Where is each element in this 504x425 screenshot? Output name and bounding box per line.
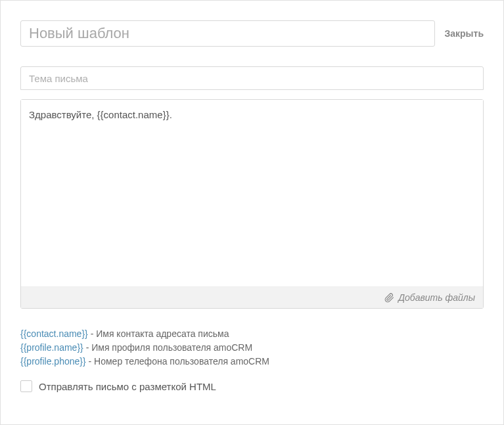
body-textarea[interactable] bbox=[21, 100, 483, 284]
variable-row: {{profile.name}} - Имя профиля пользоват… bbox=[20, 341, 484, 355]
variable-row: {{profile.phone}} - Номер телефона польз… bbox=[20, 355, 484, 369]
attach-files-button[interactable]: Добавить файлы bbox=[21, 286, 483, 308]
attach-files-label: Добавить файлы bbox=[398, 292, 475, 303]
template-editor-panel: Закрыть Добавить файлы {{contact.name}} … bbox=[0, 0, 504, 425]
html-checkbox-row: Отправлять письмо с разметкой HTML bbox=[20, 380, 484, 392]
variable-tag: {{contact.name}} bbox=[20, 328, 88, 339]
close-button[interactable]: Закрыть bbox=[444, 28, 484, 39]
header-row: Закрыть bbox=[20, 20, 484, 47]
subject-input[interactable] bbox=[20, 66, 484, 90]
variable-desc: - Имя профиля пользователя amoCRM bbox=[83, 342, 252, 353]
html-markup-checkbox[interactable] bbox=[20, 380, 32, 392]
variable-tag: {{profile.phone}} bbox=[20, 356, 86, 367]
variable-row: {{contact.name}} - Имя контакта адресата… bbox=[20, 327, 484, 341]
html-checkbox-label: Отправлять письмо с разметкой HTML bbox=[39, 381, 216, 392]
template-title-input[interactable] bbox=[20, 20, 435, 47]
body-wrapper: Добавить файлы bbox=[20, 99, 484, 309]
variable-desc: - Номер телефона пользователя amoCRM bbox=[86, 356, 269, 367]
variable-tag: {{profile.name}} bbox=[20, 342, 83, 353]
paperclip-icon bbox=[384, 293, 394, 303]
variables-legend: {{contact.name}} - Имя контакта адресата… bbox=[20, 327, 484, 369]
variable-desc: - Имя контакта адресата письма bbox=[88, 328, 229, 339]
